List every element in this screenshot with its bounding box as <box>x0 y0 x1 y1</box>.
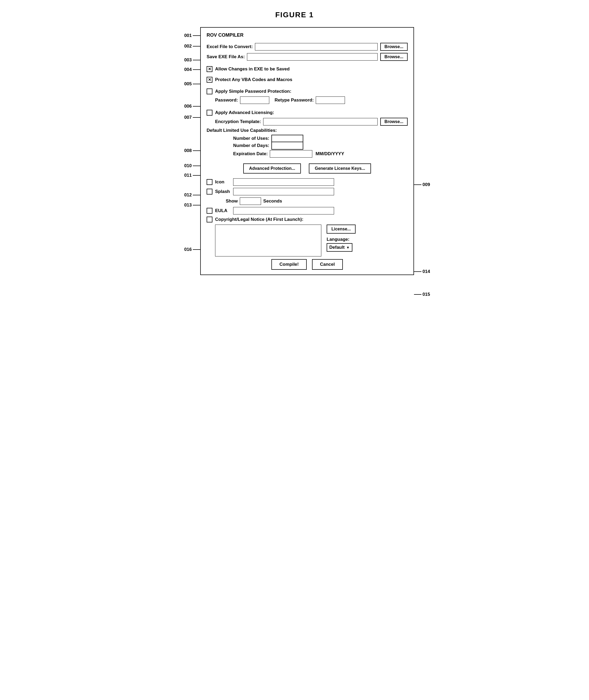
limited-use-row: Default Limited Use Capabilities: <box>207 128 408 133</box>
language-dropdown-value: Default <box>329 245 345 250</box>
save-exe-input[interactable] <box>247 53 378 60</box>
protect-vba-row: Protect Any VBA Codes and Macros <box>207 77 408 83</box>
simple-password-row: Apply Simple Password Protection: <box>207 89 408 94</box>
copyright-area: License... Language: Default ▼ <box>207 225 408 257</box>
icon-checkbox[interactable] <box>207 179 212 185</box>
icon-input[interactable] <box>233 178 334 186</box>
eula-checkbox[interactable] <box>207 208 212 214</box>
advanced-licensing-checkbox[interactable] <box>207 110 212 116</box>
allow-changes-label: Allow Changes in EXE to be Saved <box>215 66 290 72</box>
ann-006: 006 <box>184 104 200 109</box>
exp-date-input[interactable] <box>270 150 312 158</box>
num-days-input[interactable] <box>271 142 303 150</box>
copyright-checkbox[interactable] <box>207 217 212 223</box>
exp-date-format: MM/DD/YYYY <box>316 151 344 156</box>
simple-password-section: Apply Simple Password Protection: Passwo… <box>207 89 408 104</box>
ann-016: 016 <box>184 247 200 252</box>
num-days-label: Number of Days: <box>233 143 269 148</box>
exp-date-label: Expiration Date: <box>233 151 268 156</box>
advanced-licensing-row: Apply Advanced Licensing: <box>207 110 408 116</box>
ann-012: 012 <box>184 192 200 198</box>
copyright-row: Copyright/Legal Notice (At First Launch)… <box>207 217 408 223</box>
num-uses-row: Number of Uses: <box>233 135 408 142</box>
retype-password-label: Retype Password: <box>274 98 314 103</box>
ann-014: 014 <box>414 269 430 274</box>
excel-file-label: Excel File to Convert: <box>207 44 253 49</box>
save-exe-row: Save EXE File As: Browse... <box>207 53 408 61</box>
save-exe-label: Save EXE File As: <box>207 54 245 59</box>
ann-009: 009 <box>414 182 430 187</box>
password-label: Password: <box>215 98 238 103</box>
excel-file-input[interactable] <box>255 43 378 50</box>
ann-001: 001 <box>184 33 200 38</box>
figure-title: FIGURE 1 <box>275 11 314 19</box>
dropdown-arrow-icon: ▼ <box>346 246 350 250</box>
exp-date-row: Expiration Date: MM/DD/YYYY <box>233 150 408 158</box>
ann-013: 013 <box>184 202 200 208</box>
license-button[interactable]: License... <box>327 225 356 234</box>
splash-checkbox[interactable] <box>207 189 212 194</box>
ann-008: 008 <box>184 148 200 153</box>
ann-015: 015 <box>414 292 430 297</box>
encryption-input[interactable] <box>263 118 378 125</box>
limited-use-fields: Number of Uses: Number of Days: Expirati… <box>207 135 408 158</box>
show-label: Show <box>226 198 238 204</box>
advanced-protection-button[interactable]: Advanced Protection... <box>243 163 301 173</box>
simple-password-checkbox[interactable] <box>207 89 212 94</box>
limited-use-section: Default Limited Use Capabilities: Number… <box>207 128 408 158</box>
eula-label: EULA <box>215 208 231 214</box>
protect-vba-label: Protect Any VBA Codes and Macros <box>215 77 292 83</box>
splash-input[interactable] <box>233 188 334 195</box>
language-dropdown[interactable]: Default ▼ <box>327 243 352 252</box>
ann-011: 011 <box>184 173 200 178</box>
excel-browse-button[interactable]: Browse... <box>380 43 408 51</box>
dialog-title: ROV COMPILER <box>207 32 408 38</box>
allow-changes-row: Allow Changes in EXE to be Saved <box>207 66 408 72</box>
icon-row: Icon <box>207 178 408 186</box>
num-uses-input[interactable] <box>271 135 303 142</box>
ann-005: 005 <box>184 81 200 87</box>
annotation-right-col: 009 014 015 <box>414 27 435 299</box>
show-seconds-row: Show Seconds <box>207 197 408 205</box>
password-input[interactable] <box>240 97 269 104</box>
limited-use-label: Default Limited Use Capabilities: <box>207 128 277 133</box>
action-buttons-row: Advanced Protection... Generate License … <box>207 163 408 173</box>
language-label: Language: <box>327 237 350 242</box>
save-exe-browse-button[interactable]: Browse... <box>380 53 408 61</box>
copyright-textarea[interactable] <box>215 225 321 257</box>
encryption-label: Encryption Template: <box>215 119 261 124</box>
excel-file-row: Excel File to Convert: Browse... <box>207 43 408 51</box>
right-side-panel: License... Language: Default ▼ <box>327 225 356 252</box>
encryption-row: Encryption Template: Browse... <box>207 118 408 126</box>
ann-002: 002 <box>184 43 200 49</box>
retype-password-input[interactable] <box>316 97 345 104</box>
show-seconds-input[interactable] <box>240 197 261 205</box>
compile-cancel-row: Compile! Cancel <box>207 259 408 270</box>
language-dropdown-row: Default ▼ <box>327 243 352 252</box>
splash-row: Splash <box>207 188 408 195</box>
copyright-label: Copyright/Legal Notice (At First Launch)… <box>215 217 303 222</box>
compile-button[interactable]: Compile! <box>271 259 307 270</box>
advanced-licensing-label: Apply Advanced Licensing: <box>215 110 274 115</box>
seconds-label: Seconds <box>263 198 282 204</box>
protect-vba-checkbox[interactable] <box>207 77 212 83</box>
cancel-button[interactable]: Cancel <box>312 259 343 270</box>
advanced-licensing-section: Apply Advanced Licensing: Encryption Tem… <box>207 110 408 126</box>
num-uses-label: Number of Uses: <box>233 136 269 141</box>
ann-004: 004 <box>184 67 200 72</box>
ann-003: 003 <box>184 57 200 63</box>
splash-label: Splash <box>215 189 231 194</box>
allow-changes-checkbox[interactable] <box>207 66 212 72</box>
num-days-row: Number of Days: <box>233 142 408 149</box>
password-fields-row: Password: Retype Password: <box>207 97 408 104</box>
icon-label: Icon <box>215 179 231 185</box>
simple-password-label: Apply Simple Password Protection: <box>215 89 291 94</box>
ann-010: 010 <box>184 163 200 168</box>
ann-007: 007 <box>184 115 200 120</box>
generate-license-keys-button[interactable]: Generate License Keys... <box>309 163 371 173</box>
encryption-browse-button[interactable]: Browse... <box>380 118 408 126</box>
rov-compiler-dialog: ROV COMPILER Excel File to Convert: Brow… <box>200 27 414 275</box>
copyright-section: Copyright/Legal Notice (At First Launch)… <box>207 217 408 257</box>
annotation-left-col: 001 002 003 004 <box>178 27 200 255</box>
eula-input[interactable] <box>233 207 334 215</box>
